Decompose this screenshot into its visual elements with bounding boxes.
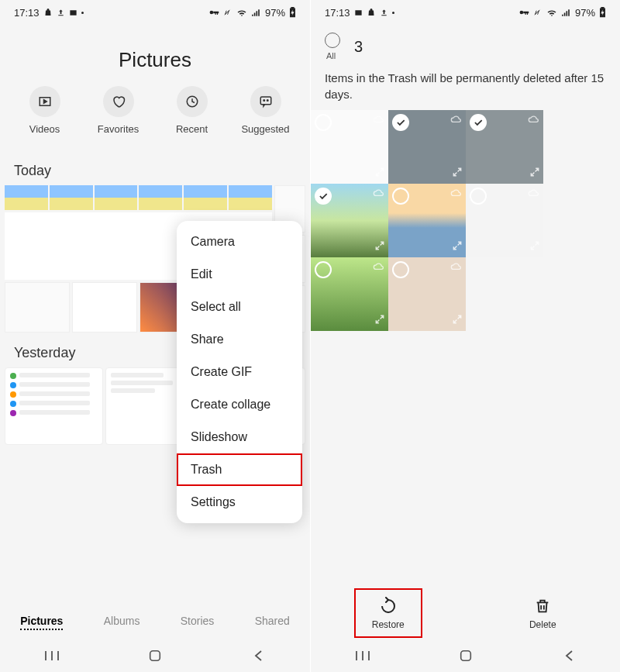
vpn-icon xyxy=(209,9,220,16)
nav-recents[interactable] xyxy=(343,650,382,662)
expand-icon[interactable] xyxy=(529,167,540,181)
bottom-tabs: Pictures Albums Stories Shared xyxy=(0,605,310,639)
trash-thumb[interactable] xyxy=(311,110,388,184)
nav-back[interactable] xyxy=(239,650,277,662)
expand-icon[interactable] xyxy=(452,240,463,254)
menu-slideshow[interactable]: Slideshow xyxy=(177,421,302,453)
chat-icon xyxy=(250,86,281,117)
delete-button[interactable]: Delete xyxy=(512,591,574,635)
trash-warning-message: Items in the Trash will be permanently d… xyxy=(311,67,620,110)
category-label: Videos xyxy=(29,123,60,135)
android-nav-bar xyxy=(0,639,310,672)
android-nav-bar xyxy=(311,639,620,672)
overflow-menu: Camera Edit Select all Share Create GIF … xyxy=(177,221,302,523)
trash-thumb[interactable] xyxy=(311,257,388,331)
expand-icon[interactable] xyxy=(374,240,385,254)
trash-thumb[interactable] xyxy=(311,184,388,257)
battery-icon xyxy=(599,7,606,18)
category-recent[interactable]: Recent xyxy=(161,86,223,135)
menu-settings[interactable]: Settings xyxy=(177,486,302,519)
expand-icon[interactable] xyxy=(529,240,540,254)
thumb-checkbox[interactable] xyxy=(315,261,332,278)
select-all-checkbox[interactable] xyxy=(325,33,340,48)
thumb-checkbox[interactable] xyxy=(392,261,409,278)
vibrate-icon xyxy=(224,9,232,17)
category-label: Suggested xyxy=(241,123,289,135)
trash-thumb[interactable] xyxy=(466,110,543,184)
thumb-checkbox[interactable] xyxy=(470,188,487,205)
tab-pictures[interactable]: Pictures xyxy=(20,615,63,630)
video-icon xyxy=(29,86,60,117)
svg-point-4 xyxy=(264,100,265,102)
trash-thumb[interactable] xyxy=(466,184,543,257)
bag-icon xyxy=(367,8,376,17)
tab-albums[interactable]: Albums xyxy=(104,615,140,630)
category-videos[interactable]: Videos xyxy=(14,86,76,135)
nav-recents[interactable] xyxy=(33,650,71,662)
expand-icon[interactable] xyxy=(374,314,385,328)
upload-icon xyxy=(57,9,65,17)
thumb-checkbox[interactable] xyxy=(315,114,332,131)
trash-grid xyxy=(311,110,620,331)
clock-icon xyxy=(177,86,208,117)
expand-icon[interactable] xyxy=(374,167,385,181)
svg-point-0 xyxy=(210,11,214,15)
nav-back[interactable] xyxy=(549,650,588,662)
restore-button[interactable]: Restore xyxy=(357,591,419,635)
battery-percent: 97% xyxy=(575,7,595,19)
svg-rect-6 xyxy=(150,651,160,661)
trash-thumb[interactable] xyxy=(388,184,466,257)
vibrate-icon xyxy=(534,9,542,17)
trash-action-bar: Restore Delete xyxy=(311,584,620,639)
status-left: 17:13 xyxy=(325,7,394,19)
signal-icon xyxy=(561,9,571,17)
battery-icon xyxy=(289,7,296,18)
status-right: 97% xyxy=(209,7,296,19)
trash-thumb[interactable] xyxy=(388,110,466,184)
menu-edit[interactable]: Edit xyxy=(177,258,302,291)
page-title: Pictures xyxy=(0,48,310,72)
image-icon xyxy=(354,9,363,17)
signal-icon xyxy=(251,9,261,17)
status-left: 17:13 xyxy=(14,7,84,19)
category-suggested[interactable]: Suggested xyxy=(235,86,297,135)
nav-home[interactable] xyxy=(446,649,485,663)
thumb-checkbox[interactable] xyxy=(470,114,487,131)
expand-icon[interactable] xyxy=(452,167,463,181)
svg-rect-8 xyxy=(460,651,470,661)
menu-select-all[interactable]: Select all xyxy=(177,291,302,323)
tab-stories[interactable]: Stories xyxy=(181,615,215,630)
thumb-checkbox[interactable] xyxy=(392,188,409,205)
menu-camera[interactable]: Camera xyxy=(177,226,302,258)
thumb-checkbox[interactable] xyxy=(392,114,409,131)
gallery-header: Pictures xyxy=(0,25,310,86)
more-dot-icon xyxy=(81,12,84,14)
cloud-icon xyxy=(373,113,385,127)
more-dot-icon xyxy=(392,12,394,14)
category-favorites[interactable]: Favorites xyxy=(88,86,150,135)
cloud-icon xyxy=(373,260,385,274)
trash-thumb[interactable] xyxy=(388,257,466,331)
heart-icon xyxy=(103,86,134,117)
delete-label: Delete xyxy=(529,619,556,630)
cloud-icon xyxy=(450,260,463,274)
expand-icon[interactable] xyxy=(452,314,463,328)
menu-create-gif[interactable]: Create GIF xyxy=(177,356,302,388)
status-bar: 17:13 97% xyxy=(0,0,310,25)
menu-trash[interactable]: Trash xyxy=(177,453,302,486)
svg-point-7 xyxy=(520,11,524,15)
menu-share[interactable]: Share xyxy=(177,323,302,356)
menu-create-collage[interactable]: Create collage xyxy=(177,388,302,421)
battery-percent: 97% xyxy=(265,7,285,19)
cloud-icon xyxy=(528,113,540,127)
cloud-icon xyxy=(450,187,463,201)
thumb-checkbox[interactable] xyxy=(315,188,332,205)
category-label: Recent xyxy=(176,123,208,135)
clock: 17:13 xyxy=(325,7,350,19)
category-label: Favorites xyxy=(98,123,139,135)
phone-right: 17:13 97% All 3 Items in the Trash will … xyxy=(310,0,620,672)
image-icon xyxy=(69,9,78,17)
section-today: Today xyxy=(0,150,310,185)
nav-home[interactable] xyxy=(136,649,174,663)
tab-shared[interactable]: Shared xyxy=(255,615,290,630)
